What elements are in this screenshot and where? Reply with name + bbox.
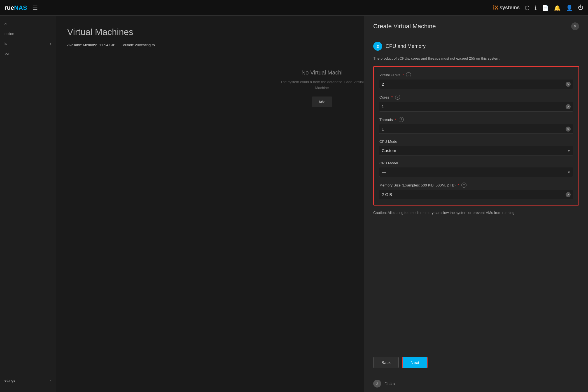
sidebar-item-settings[interactable]: ettings › — [0, 375, 56, 385]
cores-label: Cores * ? — [379, 95, 573, 100]
navbar: rueNAS ☰ iX systems ⬡ ℹ 📄 🔔 👤 ⏻ — [0, 0, 588, 16]
threads-input[interactable] — [379, 124, 573, 134]
next-step-circle: 3 — [373, 380, 381, 388]
cpu-mode-select-wrapper: Custom Host Model Host Passthrough ▼ — [379, 146, 573, 155]
brand-logo: rueNAS — [4, 4, 27, 11]
sidebar-footer: ettings › — [0, 372, 56, 389]
cpu-mode-select[interactable]: Custom Host Model Host Passthrough — [379, 146, 573, 155]
cpu-model-group: CPU Model — ▼ — [379, 161, 573, 177]
add-vm-button[interactable]: Add — [312, 97, 333, 107]
content-area: Virtual Machines Available Memory: 11.94… — [56, 16, 588, 392]
account-icon[interactable]: 👤 — [566, 4, 573, 11]
form-box: Virtual CPUs * ? ✕ Cores * — [373, 66, 579, 206]
layers-icon[interactable]: ⬡ — [525, 4, 529, 11]
info-icon[interactable]: ℹ — [535, 4, 537, 11]
step-label: CPU and Memory — [386, 43, 426, 49]
threads-label: Threads * ? — [379, 117, 573, 122]
cores-input[interactable] — [379, 102, 573, 111]
vcpu-group: Virtual CPUs * ? ✕ — [379, 72, 573, 89]
modal-close-button[interactable]: ✕ — [571, 22, 579, 30]
cpu-model-select[interactable]: — — [379, 167, 573, 177]
cpu-mode-group: CPU Mode Custom Host Model Host Passthro… — [379, 139, 573, 155]
modal-title: Create Virtual Machine — [373, 23, 436, 30]
hamburger-icon[interactable]: ☰ — [33, 4, 38, 11]
cpu-model-label: CPU Model — [379, 161, 573, 165]
next-step-label: Disks — [384, 381, 395, 386]
vcpu-input-wrapper: ✕ — [379, 80, 573, 89]
threads-input-wrapper: ✕ — [379, 124, 573, 134]
next-button[interactable]: Next — [402, 357, 428, 368]
sidebar-item-tion[interactable]: tion — [0, 48, 56, 58]
main-layout: d ection ls › tion ettings › Virtual Mac… — [0, 16, 588, 392]
vcpu-clear-icon[interactable]: ✕ — [566, 82, 571, 87]
ix-logo: iX systems — [493, 4, 520, 11]
vcpu-help-icon[interactable]: ? — [406, 72, 411, 77]
vcpu-input[interactable] — [379, 80, 573, 89]
sidebar-item-d[interactable]: d — [0, 19, 56, 29]
threads-clear-icon[interactable]: ✕ — [566, 127, 571, 132]
cpu-model-select-wrapper: — ▼ — [379, 167, 573, 177]
sidebar-item-ection[interactable]: ection — [0, 29, 56, 39]
modal-header: Create Virtual Machine ✕ — [364, 16, 588, 36]
no-vms-desc: The system could n from the database. I … — [274, 79, 370, 91]
modal-body: The product of vCPUs, cores and threads … — [364, 56, 588, 350]
cores-clear-icon[interactable]: ✕ — [566, 104, 571, 109]
next-step-row: 3 Disks — [364, 375, 588, 392]
memory-group: Memory Size (Examples: 500 KiB, 500M, 2 … — [379, 183, 573, 199]
sidebar-item-ls[interactable]: ls › — [0, 39, 56, 48]
back-button[interactable]: Back — [373, 357, 399, 368]
step-circle: 2 — [373, 42, 382, 51]
brand: rueNAS — [4, 4, 27, 11]
doc-icon[interactable]: 📄 — [542, 4, 549, 11]
cores-help-icon[interactable]: ? — [395, 95, 400, 100]
modal-footer: Back Next — [364, 350, 588, 375]
vcpu-label: Virtual CPUs * ? — [379, 72, 573, 77]
memory-label: Memory Size (Examples: 500 KiB, 500M, 2 … — [379, 183, 573, 188]
chevron-icon: › — [50, 379, 51, 382]
bell-icon[interactable]: 🔔 — [554, 4, 561, 11]
threads-help-icon[interactable]: ? — [399, 117, 404, 122]
no-vms-title: No Virtual Machi — [302, 69, 342, 76]
sidebar: d ection ls › tion ettings › — [0, 16, 56, 392]
cpu-mode-label: CPU Mode — [379, 139, 573, 144]
cores-input-wrapper: ✕ — [379, 102, 573, 111]
memory-help-icon[interactable]: ? — [461, 183, 466, 188]
constraint-text: The product of vCPUs, cores and threads … — [373, 56, 579, 60]
modal-overlay: Create Virtual Machine ✕ 2 CPU and Memor… — [364, 16, 588, 392]
cores-group: Cores * ? ✕ — [379, 95, 573, 111]
navbar-right: iX systems ⬡ ℹ 📄 🔔 👤 ⏻ — [493, 4, 584, 11]
power-icon[interactable]: ⏻ — [578, 4, 584, 11]
threads-group: Threads * ? ✕ — [379, 117, 573, 134]
chevron-icon: › — [50, 42, 51, 45]
caution-text: Caution: Allocating too much memory can … — [373, 210, 579, 216]
memory-input[interactable] — [379, 190, 573, 199]
memory-input-wrapper: ✕ — [379, 190, 573, 199]
step-indicator: 2 CPU and Memory — [364, 36, 588, 56]
memory-clear-icon[interactable]: ✕ — [566, 192, 571, 197]
